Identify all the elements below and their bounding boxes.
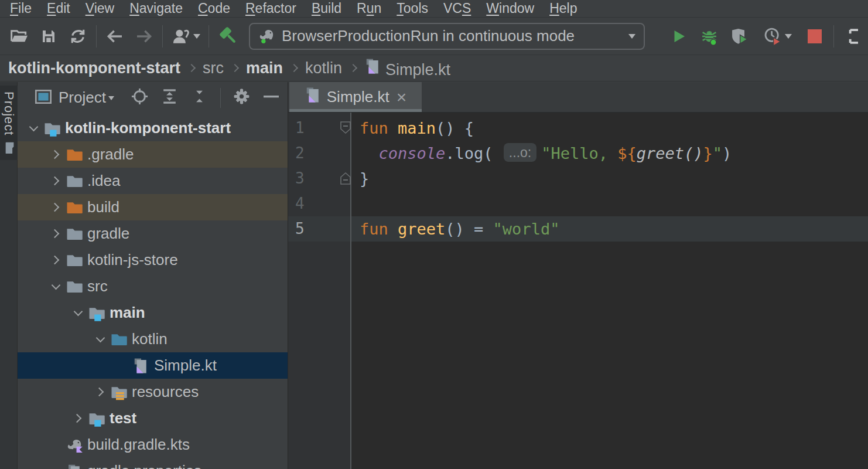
forward-button[interactable] <box>129 23 159 50</box>
folder-resources-icon <box>110 383 128 401</box>
menu-window[interactable]: Window <box>479 1 542 16</box>
collapse-all-button[interactable] <box>190 87 209 108</box>
open-project-button[interactable] <box>5 23 34 50</box>
editor-tab-bar: Simple.kt × <box>288 82 868 113</box>
back-icon <box>105 27 124 46</box>
menu-bar: FileEditViewNavigateCodeRefactorBuildRun… <box>0 0 868 18</box>
kotlin-file-icon <box>132 357 150 375</box>
parameter-hint-inlay[interactable]: ...o: <box>504 143 536 162</box>
open-folder-icon <box>10 27 29 46</box>
menu-code[interactable]: Code <box>190 1 238 16</box>
menu-help[interactable]: Help <box>542 1 585 16</box>
folder-module-icon <box>88 304 105 322</box>
chevron-right-icon[interactable] <box>47 252 64 269</box>
profiler-button[interactable] <box>755 23 799 50</box>
tab-simple-kt[interactable]: Simple.kt × <box>289 82 422 112</box>
breadcrumb-item[interactable]: Simple.kt <box>364 57 450 79</box>
folder-icon <box>64 171 84 191</box>
active-tab-underline <box>289 109 422 112</box>
chevron-right-icon[interactable] <box>69 410 87 427</box>
fold-marker-icon[interactable] <box>338 170 353 189</box>
tree-item-src[interactable]: src <box>18 273 288 300</box>
fold-marker-icon[interactable] <box>338 120 353 138</box>
expand-all-button[interactable] <box>160 87 179 108</box>
folder-resources-icon <box>109 382 129 402</box>
chevron-down-icon[interactable] <box>91 331 109 348</box>
code-text: console.log( ...o:"Hello, ${greet()}") <box>360 141 732 166</box>
breadcrumb-separator-icon <box>349 64 357 72</box>
tree-item-simple-kt[interactable]: Simple.kt <box>18 352 288 379</box>
save-all-button[interactable] <box>34 23 63 50</box>
menu-navigate[interactable]: Navigate <box>122 1 190 16</box>
user-icon <box>171 27 191 46</box>
tree-item-label: gradle <box>87 225 129 243</box>
stripe-project-label: Project <box>1 91 16 135</box>
code-editor[interactable]: 1fun main() {2 console.log( ...o:"Hello,… <box>288 113 868 469</box>
coverage-button[interactable] <box>725 23 755 50</box>
profile-settings-button[interactable] <box>166 23 205 50</box>
folder-icon <box>64 224 84 244</box>
folder-excluded-icon <box>66 146 83 164</box>
sync-button[interactable] <box>63 23 93 50</box>
folder-project-icon <box>43 120 61 137</box>
tree-item--gradle[interactable]: .gradle <box>18 141 288 168</box>
run-configuration-select[interactable]: BrowserProductionRun in continuous mode <box>249 23 645 50</box>
debug-button[interactable] <box>694 23 725 50</box>
breadcrumb-item[interactable]: src <box>203 59 224 77</box>
gradle-file-icon <box>65 436 84 454</box>
chevron-down-icon[interactable] <box>108 96 114 104</box>
code-line-4[interactable]: 4 <box>288 191 868 216</box>
menu-tools[interactable]: Tools <box>389 1 436 16</box>
chevron-down-icon[interactable] <box>69 304 87 322</box>
menu-file[interactable]: File <box>2 1 39 16</box>
menu-refactor[interactable]: Refactor <box>238 1 304 16</box>
tree-item-build[interactable]: build <box>18 194 288 220</box>
menu-vcs[interactable]: VCS <box>436 1 479 16</box>
tree-item-label: build <box>87 198 119 216</box>
toolbar-separator <box>833 25 834 47</box>
folder-module-icon <box>87 303 107 323</box>
build-project-button[interactable] <box>213 23 242 50</box>
menu-build[interactable]: Build <box>304 1 349 16</box>
chevron-right-icon[interactable] <box>47 199 64 216</box>
chevron-down-icon[interactable] <box>25 120 42 137</box>
settings-button[interactable] <box>233 87 251 108</box>
chevron-right-icon[interactable] <box>47 146 64 164</box>
chevron-right-icon[interactable] <box>91 383 109 401</box>
tree-item-build-gradle-kts[interactable]: build.gradle.kts <box>18 431 288 458</box>
tree-item-test[interactable]: test <box>18 405 288 431</box>
edge-cut-button[interactable] <box>838 23 868 50</box>
chevron-right-icon[interactable] <box>47 172 64 190</box>
hide-panel-button[interactable] <box>262 87 281 108</box>
tree-item-gradle-properties[interactable]: gradle.properties <box>18 458 288 469</box>
breadcrumb-item[interactable]: kotlin-komponent-start <box>8 59 180 77</box>
menu-view[interactable]: View <box>78 1 122 16</box>
code-line-1[interactable]: 1fun main() { <box>288 115 868 141</box>
breadcrumb-item[interactable]: main <box>246 59 283 77</box>
chevron-right-icon[interactable] <box>47 225 64 243</box>
code-line-2[interactable]: 2 console.log( ...o:"Hello, ${greet()}") <box>288 141 868 166</box>
run-button[interactable] <box>664 23 694 50</box>
kotlin-file-icon <box>305 86 322 104</box>
close-icon[interactable]: × <box>397 91 407 103</box>
line-number: 4 <box>295 191 305 216</box>
chevron-down-icon[interactable] <box>47 278 64 295</box>
stop-button[interactable] <box>799 23 830 50</box>
tree-item--idea[interactable]: .idea <box>18 168 288 194</box>
tree-item-main[interactable]: main <box>18 300 288 326</box>
tree-item-kotlin-komponent-start[interactable]: kotlin-komponent-start <box>18 115 288 141</box>
tree-item-kotlin-js-store[interactable]: kotlin-js-store <box>18 247 288 273</box>
tree-item-resources[interactable]: resources <box>18 379 288 405</box>
tree-item-gradle[interactable]: gradle <box>18 220 288 247</box>
tree-item-kotlin[interactable]: kotlin <box>18 326 288 352</box>
code-line-3[interactable]: 3} <box>288 166 868 191</box>
stripe-project-button[interactable]: Project <box>0 86 18 160</box>
locate-button[interactable] <box>131 87 149 108</box>
breadcrumb-item[interactable]: kotlin <box>305 59 342 77</box>
menu-run[interactable]: Run <box>349 1 389 16</box>
back-button[interactable] <box>100 23 129 50</box>
menu-edit[interactable]: Edit <box>39 1 78 16</box>
save-icon <box>40 28 57 45</box>
code-line-5[interactable]: 5fun greet() = "world" <box>288 216 868 242</box>
collapse-all-icon <box>190 87 209 106</box>
